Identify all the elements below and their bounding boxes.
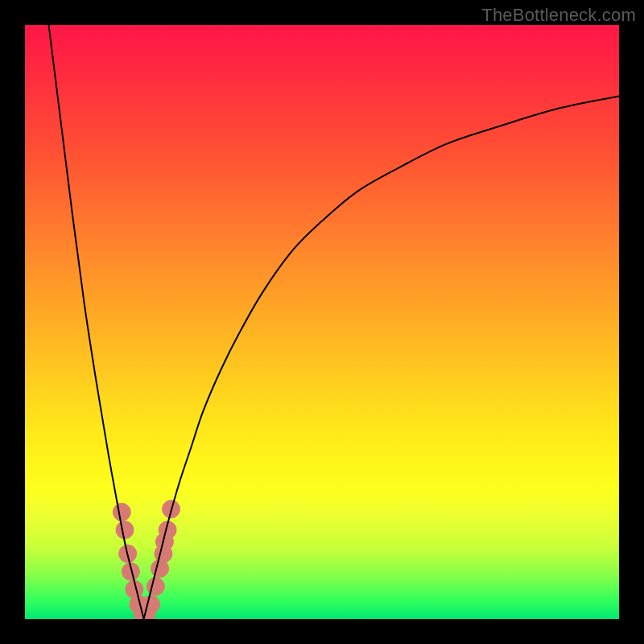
watermark-text: TheBottleneck.com xyxy=(481,5,636,26)
plot-area xyxy=(25,25,619,619)
chart-svg xyxy=(25,25,619,619)
chart-frame: TheBottleneck.com xyxy=(0,0,644,644)
marker-point xyxy=(113,503,130,521)
marker-point xyxy=(142,596,159,613)
marker-point xyxy=(116,521,134,539)
series-right-branch xyxy=(144,97,619,619)
curve-layer xyxy=(49,25,619,619)
marker-point xyxy=(147,577,164,595)
